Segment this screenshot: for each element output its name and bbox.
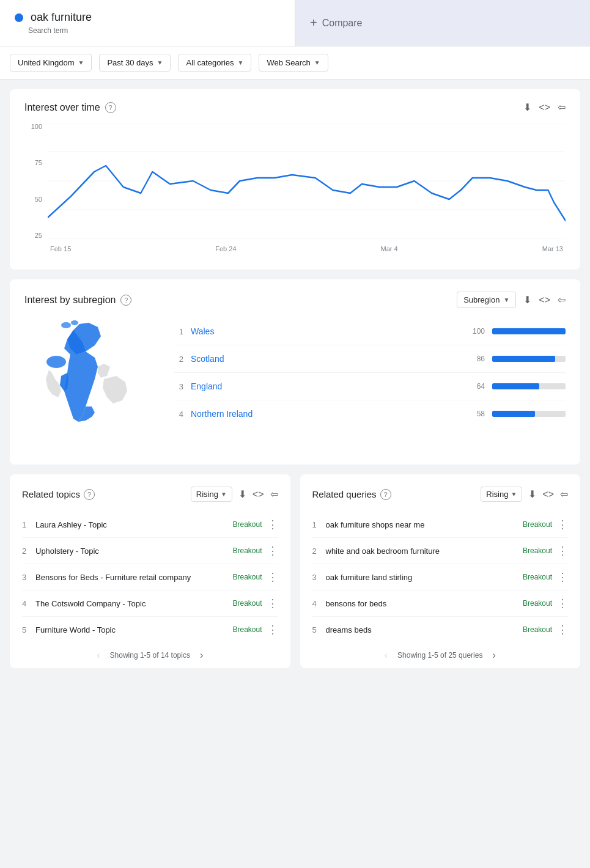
topics-filter-label: Rising — [196, 490, 218, 499]
region-list: 1 Wales 100 2 Scotland 86 3 England 64 — [174, 318, 566, 452]
related-topics-header: Related topics ? Rising ▼ ⬇ <> ⇦ — [22, 487, 278, 502]
topics-footer-text: Showing 1-5 of 14 topics — [110, 651, 190, 660]
chart-svg — [48, 123, 566, 239]
query-badge-3: Breakout — [523, 573, 552, 581]
time-filter[interactable]: Past 30 days ▼ — [99, 54, 171, 72]
list-item: 4 The Cotswold Company - Topic Breakout … — [22, 590, 278, 617]
queries-help-icon[interactable]: ? — [380, 489, 391, 500]
queries-filter-label: Rising — [486, 490, 508, 499]
topics-prev-icon[interactable]: ‹ — [97, 650, 100, 661]
queries-filter-dropdown[interactable]: Rising ▼ — [481, 487, 522, 502]
list-item: 3 Bensons for Beds - Furniture retail co… — [22, 564, 278, 590]
region-bar-scotland — [492, 356, 555, 362]
topics-download-icon[interactable]: ⬇ — [238, 488, 246, 500]
download-icon[interactable]: ⬇ — [523, 101, 531, 113]
uk-map-svg — [37, 318, 147, 452]
subregion-dropdown[interactable]: Subregion ▼ — [457, 292, 516, 308]
region-filter[interactable]: United Kingdom ▼ — [10, 54, 92, 72]
time-chevron-icon: ▼ — [157, 59, 163, 66]
region-item: 4 Northern Ireland 58 — [174, 400, 566, 427]
topic-more-5[interactable]: ⋮ — [267, 624, 278, 635]
svg-point-7 — [46, 356, 66, 368]
queries-share-icon[interactable]: ⇦ — [560, 488, 568, 500]
topics-filter-chevron: ▼ — [221, 491, 227, 498]
x-label-feb24: Feb 24 — [215, 245, 236, 252]
query-badge-4: Breakout — [523, 599, 552, 608]
chart-line — [48, 166, 566, 221]
topics-help-icon[interactable]: ? — [84, 489, 95, 500]
topics-share-icon[interactable]: ⇦ — [270, 488, 278, 500]
compare-button[interactable]: + Compare — [295, 0, 590, 46]
queries-download-icon[interactable]: ⬇ — [528, 488, 536, 500]
region-bar-ni — [492, 411, 535, 417]
query-name-1: oak furniture shops near me — [326, 520, 518, 529]
search-term-label: Search term — [28, 26, 280, 35]
query-name-4: bensons for beds — [326, 599, 518, 608]
query-more-4[interactable]: ⋮ — [557, 598, 568, 609]
subregion-share-icon[interactable]: ⇦ — [558, 294, 566, 306]
region-rank-3: 3 — [174, 382, 183, 391]
region-chevron-icon: ▼ — [78, 59, 84, 66]
region-bar-wales — [492, 328, 566, 334]
list-item: 4 bensons for beds Breakout ⋮ — [312, 590, 569, 617]
query-more-1[interactable]: ⋮ — [557, 519, 568, 530]
query-rank-1: 1 — [312, 520, 321, 529]
topics-embed-icon[interactable]: <> — [253, 489, 264, 500]
query-rank-2: 2 — [312, 546, 321, 556]
query-name-2: white and oak bedroom furniture — [326, 546, 518, 556]
topic-name-1: Laura Ashley - Topic — [35, 520, 227, 529]
topic-more-2[interactable]: ⋮ — [267, 545, 278, 556]
query-more-5[interactable]: ⋮ — [557, 624, 568, 635]
interest-by-subregion-section: Interest by subregion ? Subregion ▼ ⬇ <>… — [10, 279, 580, 465]
query-more-3[interactable]: ⋮ — [557, 572, 568, 583]
y-label-50: 50 — [24, 196, 42, 203]
queries-next-icon[interactable]: › — [492, 650, 495, 661]
chart-x-labels: Feb 15 Feb 24 Mar 4 Mar 13 — [48, 240, 566, 257]
list-item: 1 oak furniture shops near me Breakout ⋮ — [312, 512, 569, 538]
topic-more-1[interactable]: ⋮ — [267, 519, 278, 530]
bottom-panels: Related topics ? Rising ▼ ⬇ <> ⇦ 1 Laura… — [10, 474, 580, 668]
topic-more-4[interactable]: ⋮ — [267, 598, 278, 609]
region-name-wales[interactable]: Wales — [191, 326, 460, 336]
list-item: 1 Laura Ashley - Topic Breakout ⋮ — [22, 512, 278, 538]
queries-filter-chevron: ▼ — [511, 491, 517, 498]
chart-container: 100 75 50 25 Feb 15 Feb 24 Mar 4 Mar 13 — [24, 123, 566, 257]
share-icon[interactable]: ⇦ — [558, 101, 566, 113]
subregion-chevron-icon: ▼ — [503, 296, 509, 303]
query-more-2[interactable]: ⋮ — [557, 545, 568, 556]
topics-next-icon[interactable]: › — [200, 650, 203, 661]
interest-actions: ⬇ <> ⇦ — [523, 101, 566, 113]
region-score-wales: 100 — [468, 327, 485, 336]
map-container — [24, 318, 159, 452]
region-name-ni[interactable]: Northern Ireland — [191, 409, 460, 419]
subregion-embed-icon[interactable]: <> — [539, 295, 550, 306]
item-rank-5: 5 — [22, 625, 31, 634]
category-chevron-icon: ▼ — [238, 59, 244, 66]
queries-prev-icon[interactable]: ‹ — [385, 650, 388, 661]
region-filter-label: United Kingdom — [18, 58, 75, 67]
queries-embed-icon[interactable]: <> — [542, 489, 554, 500]
region-name-england[interactable]: England — [191, 381, 460, 391]
subregion-help-icon[interactable]: ? — [120, 295, 131, 306]
region-score-england: 64 — [468, 382, 485, 391]
x-label-mar13: Mar 13 — [542, 245, 563, 252]
embed-icon[interactable]: <> — [539, 102, 550, 113]
topics-filter-dropdown[interactable]: Rising ▼ — [191, 487, 232, 502]
plus-icon: + — [310, 16, 317, 30]
region-rank-4: 4 — [174, 410, 183, 419]
topic-more-3[interactable]: ⋮ — [267, 572, 278, 583]
topic-badge-3: Breakout — [232, 573, 262, 581]
type-filter[interactable]: Web Search ▼ — [259, 54, 328, 72]
query-name-3: oak furniture land stirling — [326, 573, 518, 582]
category-filter[interactable]: All categories ▼ — [178, 54, 251, 72]
subregion-download-icon[interactable]: ⬇ — [523, 294, 531, 306]
query-badge-1: Breakout — [523, 520, 552, 529]
region-rank-2: 2 — [174, 355, 183, 364]
search-term-box: oak furniture Search term — [0, 0, 295, 46]
interest-help-icon[interactable]: ? — [105, 102, 116, 113]
region-name-scotland[interactable]: Scotland — [191, 354, 460, 364]
topics-list: 1 Laura Ashley - Topic Breakout ⋮ 2 Upho… — [22, 512, 278, 642]
time-filter-label: Past 30 days — [107, 58, 153, 67]
region-bar-container-scotland — [492, 356, 566, 362]
topic-badge-2: Breakout — [232, 546, 262, 555]
